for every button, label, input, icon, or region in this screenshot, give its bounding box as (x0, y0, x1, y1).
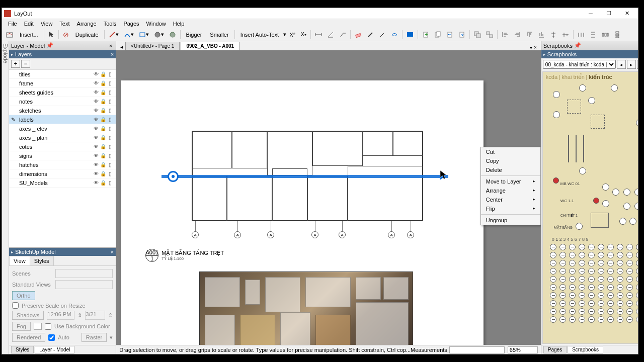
ctx-flip[interactable]: Flip▸ (481, 204, 540, 213)
shadows-button[interactable]: Shadows (12, 311, 44, 320)
lock-icon[interactable]: 🔒 (100, 162, 107, 167)
align-hcenter-icon[interactable] (560, 30, 571, 40)
present-icon[interactable] (405, 30, 416, 40)
zoom-field[interactable]: 65% (508, 346, 538, 353)
doc-tab-active[interactable]: 0902_A_VBO - A001 (181, 42, 239, 50)
rendered-button[interactable]: Rendered (12, 333, 45, 342)
preserve-checkbox[interactable] (12, 302, 19, 309)
space-v-icon[interactable] (612, 30, 623, 40)
distribute-v-icon[interactable] (588, 30, 599, 40)
dimension-ang-icon[interactable] (325, 30, 336, 40)
lock-icon[interactable]: 🔒 (100, 80, 107, 86)
page-icon[interactable]: ▯ (107, 153, 114, 158)
visibility-icon[interactable]: 👁 (93, 80, 100, 86)
fog-color[interactable] (34, 323, 42, 330)
close-panel-icon[interactable]: × (108, 43, 114, 49)
layers-subhead[interactable]: ▸Layers× (9, 50, 116, 58)
ctx-move[interactable]: Move to Layer▸ (481, 177, 540, 186)
visibility-icon[interactable]: 👁 (93, 108, 100, 113)
line-tool-icon[interactable]: ▾ (107, 30, 121, 40)
align-vcenter-icon[interactable] (548, 30, 559, 40)
tab-view[interactable]: View (9, 256, 30, 265)
add-page-icon[interactable]: + (420, 30, 431, 40)
insert-icon[interactable] (4, 30, 15, 40)
date-field[interactable]: 3/21 (85, 311, 105, 320)
scrapbook-header[interactable]: Scrapbooks 📌 × (541, 41, 638, 50)
arc-tool-icon[interactable]: ▾ (122, 30, 136, 40)
stdviews-dropdown[interactable] (55, 280, 113, 289)
lock-icon[interactable]: 🔒 (100, 89, 107, 95)
visibility-icon[interactable]: 👁 (93, 99, 100, 104)
insert-button[interactable]: Insert... (16, 30, 42, 40)
page-icon[interactable]: ▯ (107, 108, 114, 113)
menu-edit[interactable]: Edit (21, 20, 37, 28)
superscript-icon[interactable]: X² (287, 30, 297, 40)
sketchup-subhead[interactable]: ▸SketchUp Model× (9, 248, 116, 256)
autotext-button[interactable]: Insert Auto-Text (237, 30, 282, 40)
circle-tool-icon[interactable]: ▾ (152, 30, 166, 40)
fog-button[interactable]: Fog (12, 322, 31, 331)
pin-icon[interactable]: 📌 (573, 42, 583, 49)
align-right-icon[interactable] (512, 30, 523, 40)
align-left-icon[interactable] (500, 30, 511, 40)
section-line[interactable] (162, 175, 448, 178)
visibility-icon[interactable]: 👁 (93, 144, 100, 149)
close-icon[interactable]: × (111, 51, 114, 57)
lock-icon[interactable]: 🔒 (100, 117, 107, 122)
page-icon[interactable]: ▯ (107, 89, 114, 95)
visibility-icon[interactable]: 👁 (93, 89, 100, 95)
scenes-dropdown[interactable] (55, 269, 113, 278)
rail-explode[interactable]: Explode (3, 43, 9, 354)
layer-row[interactable]: ✎notes👁🔒▯ (9, 97, 116, 106)
style-tool-icon[interactable] (365, 30, 376, 40)
page-icon[interactable]: ▯ (107, 80, 114, 86)
layer-row[interactable]: ✎axes _ elev👁🔒▯ (9, 124, 116, 133)
paper[interactable]: A0011 MẶT BẰNG TẦNG TRỆTTỶ LỆ 1:100 (121, 80, 484, 345)
scrapbook-body[interactable]: kcda | khai triển | kiến trúc MB WC 01 W… (542, 71, 638, 344)
smaller-button[interactable]: Smaller (206, 30, 232, 40)
lock-icon[interactable]: 🔒 (100, 71, 107, 77)
visibility-icon[interactable]: 👁 (93, 135, 100, 140)
menu-text[interactable]: Text (56, 20, 72, 28)
ctx-cut[interactable]: Cut (481, 147, 540, 156)
raster-button[interactable]: Raster (82, 333, 107, 342)
layer-row[interactable]: ✎sketches👁🔒▯ (9, 106, 116, 115)
layer-row[interactable]: ✎titles👁🔒▯ (9, 70, 116, 79)
duplicate-button[interactable]: Duplicate (72, 30, 102, 40)
distribute-h-icon[interactable] (576, 30, 587, 40)
remove-layer-button[interactable]: − (21, 60, 30, 68)
doc-tab-untitled[interactable]: <Untitled> - Page 1 (125, 42, 180, 50)
align-top-icon[interactable] (524, 30, 535, 40)
lock-icon[interactable]: 🔒 (100, 171, 107, 176)
meas-field[interactable] (449, 346, 505, 353)
page-icon[interactable]: ▯ (107, 171, 114, 176)
layer-row[interactable]: ✎signs👁🔒▯ (9, 151, 116, 160)
layer-row[interactable]: ✎axes _ plan👁🔒▯ (9, 133, 116, 142)
group-icon[interactable] (472, 30, 483, 40)
menu-view[interactable]: View (38, 20, 56, 28)
lock-icon[interactable]: 🔒 (100, 99, 107, 104)
label-tool-icon[interactable] (337, 30, 348, 40)
next-page-icon[interactable] (456, 30, 467, 40)
dup-page-icon[interactable] (432, 30, 443, 40)
visibility-icon[interactable]: 👁 (93, 180, 100, 186)
prev-page-icon[interactable] (444, 30, 455, 40)
layer-row[interactable]: ✎cotes👁🔒▯ (9, 142, 116, 151)
page-icon[interactable]: ▯ (107, 135, 114, 140)
page-icon[interactable]: ▯ (107, 99, 114, 104)
btab-styles[interactable]: Styles (11, 346, 34, 353)
menu-file[interactable]: File (5, 20, 20, 28)
delete-icon[interactable]: ⊘ (61, 30, 71, 40)
tab-prev-icon[interactable]: ◂ (118, 44, 125, 50)
tab-close-icon[interactable]: ▾ × (528, 45, 539, 50)
ctx-arrange[interactable]: Arrange▸ (481, 186, 540, 195)
left-rail[interactable]: Explode Make Unbounded Document Setup...… (2, 41, 9, 354)
maximize-button[interactable]: ☐ (600, 9, 618, 19)
menu-pages[interactable]: Pages (120, 20, 142, 28)
menu-tools[interactable]: Tools (101, 20, 120, 28)
scrap-next-icon[interactable]: ▸ (627, 60, 636, 69)
subscript-icon[interactable]: X₂ (298, 30, 308, 40)
scrap-edit-button[interactable]: Edit... (637, 60, 638, 69)
menu-help[interactable]: Help (170, 20, 188, 28)
panel-header-layers[interactable]: Layer - Model 📌 × (9, 41, 116, 50)
